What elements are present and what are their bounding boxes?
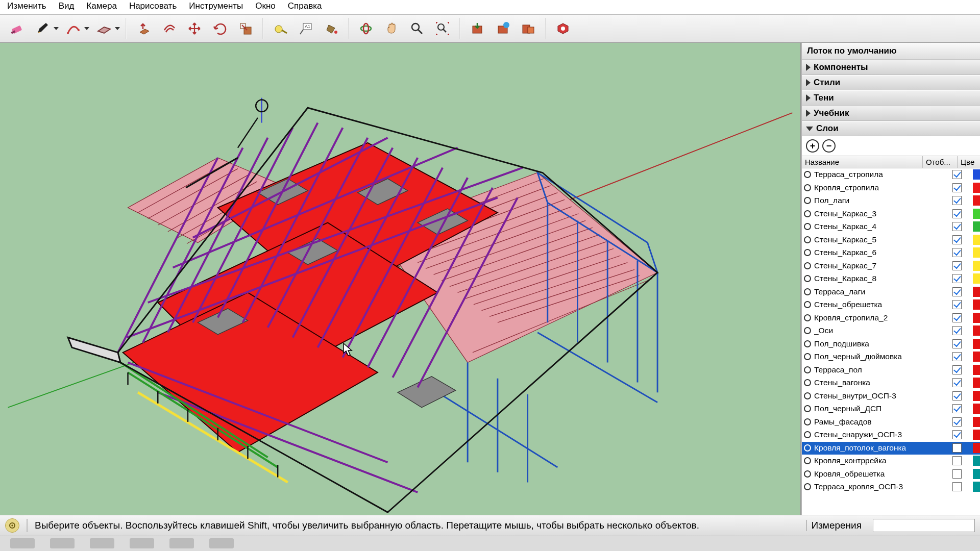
move-tool[interactable] [184, 18, 205, 39]
layer-radio[interactable] [804, 249, 811, 256]
layer-color-swatch[interactable] [973, 273, 980, 284]
layer-visibility-checkbox[interactable] [952, 209, 962, 218]
layer-color-swatch[interactable] [973, 417, 980, 427]
layer-row[interactable]: Стены_Каркас_8 [802, 272, 980, 286]
layer-radio[interactable] [804, 431, 811, 438]
layer-visibility-checkbox[interactable] [952, 261, 962, 270]
layer-row[interactable]: Стены_Каркас_6 [802, 246, 980, 260]
layer-radio[interactable] [804, 184, 811, 191]
arc-dropdown[interactable] [83, 18, 91, 39]
layer-visibility-checkbox[interactable] [952, 378, 962, 387]
paint-bucket-tool[interactable] [321, 18, 342, 39]
layer-color-swatch[interactable] [973, 365, 980, 375]
rectangle-tool[interactable] [93, 18, 114, 39]
layer-row[interactable]: Терраса_кровля_ОСП-3 [802, 481, 980, 494]
layer-visibility-checkbox[interactable] [952, 274, 962, 283]
pushpull-tool[interactable] [133, 18, 154, 39]
layer-row[interactable]: Кровля_стропила [802, 182, 980, 195]
layer-row[interactable]: Терраса_пол [802, 364, 980, 377]
layer-color-swatch[interactable] [973, 352, 980, 362]
layer-color-swatch[interactable] [973, 378, 980, 388]
layer-color-swatch[interactable] [973, 209, 980, 219]
layer-radio[interactable] [804, 392, 811, 399]
layer-row[interactable]: Пол_лаги [802, 194, 980, 208]
layer-row[interactable]: Кровля_контррейка [802, 455, 980, 468]
menu-Изменить[interactable]: Изменить [7, 1, 46, 11]
layer-visibility-checkbox[interactable] [952, 352, 962, 361]
layer-radio[interactable] [804, 171, 811, 178]
layer-visibility-checkbox[interactable] [952, 326, 962, 335]
layer-row[interactable]: Терраса_стропила [802, 168, 980, 182]
layer-visibility-checkbox[interactable] [952, 183, 962, 192]
layer-visibility-checkbox[interactable] [952, 404, 962, 413]
layer-row[interactable]: _Оси [802, 324, 980, 338]
geolocation-icon[interactable] [5, 518, 19, 533]
layer-radio[interactable] [804, 236, 811, 243]
layer-color-swatch[interactable] [973, 247, 980, 258]
layer-color-swatch[interactable] [973, 456, 980, 466]
add-layer-button[interactable]: + [806, 139, 819, 153]
layer-visibility-checkbox[interactable] [952, 443, 962, 453]
menu-Справка[interactable]: Справка [288, 1, 322, 11]
layer-radio[interactable] [804, 262, 811, 269]
layer-visibility-checkbox[interactable] [952, 287, 962, 296]
layer-row[interactable]: Рамы_фасадов [802, 416, 980, 429]
layer-radio[interactable] [804, 444, 811, 452]
layer-row[interactable]: Стены_снаружи_ОСП-3 [802, 429, 980, 442]
warehouse-share-button[interactable] [492, 18, 513, 39]
warehouse-get-button[interactable] [467, 18, 488, 39]
eraser-tool[interactable] [6, 18, 28, 39]
tape-measure-tool[interactable] [270, 18, 291, 39]
layer-row[interactable]: Кровля_стропила_2 [802, 312, 980, 325]
layer-color-swatch[interactable] [973, 299, 980, 310]
rect-dropdown[interactable] [113, 18, 121, 39]
panel-Компоненты[interactable]: Компоненты [802, 60, 980, 75]
layer-visibility-checkbox[interactable] [952, 196, 962, 205]
layer-color-swatch[interactable] [973, 443, 980, 453]
warehouse-models-button[interactable] [518, 18, 539, 39]
layer-visibility-checkbox[interactable] [952, 430, 962, 439]
menu-Вид[interactable]: Вид [59, 1, 75, 11]
layer-row[interactable]: Стены_обрешетка [802, 298, 980, 312]
layer-radio[interactable] [804, 327, 811, 334]
layer-row[interactable]: Стены_Каркас_5 [802, 234, 980, 247]
layer-visibility-checkbox[interactable] [952, 469, 962, 479]
layer-color-swatch[interactable] [973, 235, 980, 245]
offset-tool[interactable] [158, 18, 180, 39]
rotate-tool[interactable] [209, 18, 231, 39]
layer-color-swatch[interactable] [973, 404, 980, 414]
pencil-tool[interactable] [32, 18, 53, 39]
layer-row[interactable]: Кровля_обрешетка [802, 468, 980, 481]
layer-radio[interactable] [804, 301, 811, 308]
layer-color-swatch[interactable] [973, 287, 980, 297]
layer-radio[interactable] [804, 314, 811, 321]
orbit-tool[interactable] [355, 18, 377, 39]
layer-visibility-checkbox[interactable] [952, 339, 962, 348]
zoom-tool[interactable] [406, 18, 428, 39]
layers-header-color[interactable]: Цве [958, 156, 980, 168]
layer-visibility-checkbox[interactable] [952, 300, 962, 309]
layer-visibility-checkbox[interactable] [952, 313, 962, 322]
layer-radio[interactable] [804, 470, 811, 478]
layer-row[interactable]: Пол_черный_дюймовка [802, 350, 980, 364]
layer-color-swatch[interactable] [973, 325, 980, 336]
layer-color-swatch[interactable] [973, 195, 980, 206]
layer-radio[interactable] [804, 353, 811, 360]
layer-visibility-checkbox[interactable] [952, 391, 962, 400]
layers-header-visible[interactable]: Отоб... [923, 156, 958, 168]
panel-Стили[interactable]: Стили [802, 75, 980, 90]
layer-color-swatch[interactable] [973, 261, 980, 271]
layer-radio[interactable] [804, 379, 811, 386]
layer-visibility-checkbox[interactable] [952, 417, 962, 427]
layer-color-swatch[interactable] [973, 169, 980, 180]
panel-Тени[interactable]: Тени [802, 90, 980, 106]
remove-layer-button[interactable]: − [822, 139, 836, 153]
menu-Окно[interactable]: Окно [255, 1, 276, 11]
menu-Нарисовать[interactable]: Нарисовать [129, 1, 177, 11]
layer-visibility-checkbox[interactable] [952, 170, 962, 179]
layer-radio[interactable] [804, 197, 811, 204]
layer-row[interactable]: Стены_Каркас_7 [802, 260, 980, 273]
layer-radio[interactable] [804, 418, 811, 425]
layer-color-swatch[interactable] [973, 221, 980, 232]
layer-radio[interactable] [804, 223, 811, 230]
